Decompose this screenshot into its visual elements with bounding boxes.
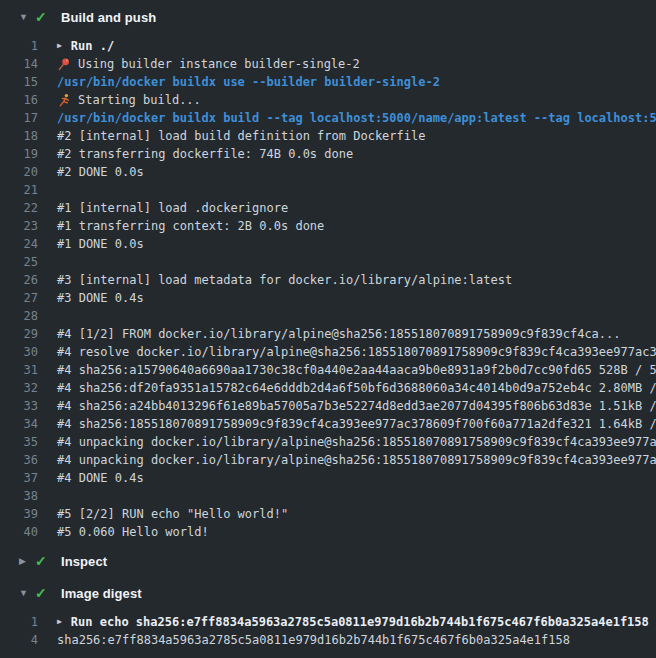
line-number[interactable]: 14: [0, 55, 38, 73]
log-line: 29#4 [1/2] FROM docker.io/library/alpine…: [0, 325, 656, 343]
log-text: Using builder instance builder-single-2: [38, 55, 656, 73]
log-text: #1 [internal] load .dockerignore: [38, 199, 656, 217]
line-number[interactable]: 4: [0, 631, 38, 649]
log-line: 37#4 DONE 0.4s: [0, 469, 656, 487]
log-text: #5 0.060 Hello world!: [38, 523, 656, 541]
runner-icon: [57, 93, 71, 107]
log-text: #4 sha256:a15790640a6690aa1730c38cf0a440…: [38, 361, 656, 379]
line-number[interactable]: 38: [0, 487, 38, 505]
check-success-icon: ✓: [34, 553, 61, 569]
line-number[interactable]: 26: [0, 271, 38, 289]
line-number[interactable]: 15: [0, 73, 38, 91]
line-number[interactable]: 1: [0, 613, 38, 631]
section-header-image-digest[interactable]: ▼✓Image digest: [0, 576, 656, 608]
log-text-content: /usr/bin/docker buildx build --tag local…: [57, 109, 656, 127]
log-text-content: #1 transferring context: 2B 0.0s done: [57, 217, 324, 235]
log-text: #4 sha256:df20fa9351a15782c64e6dddb2d4a6…: [38, 379, 656, 397]
log-line: 34#4 sha256:185518070891758909c9f839cf4c…: [0, 415, 656, 433]
run-toggle-icon[interactable]: ▶: [57, 613, 62, 631]
chevron-right-icon[interactable]: ▶: [12, 556, 34, 566]
section-title: Image digest: [61, 586, 142, 601]
section-inspect: ▶✓Inspect: [0, 544, 656, 576]
log-text: [38, 181, 656, 199]
log-text-content: Run ./: [71, 37, 114, 55]
line-number[interactable]: 21: [0, 181, 38, 199]
log-text: #4 DONE 0.4s: [38, 469, 656, 487]
log-line: 4sha256:e7ff8834a5963a2785c5a0811e979d16…: [0, 631, 656, 649]
line-number[interactable]: 28: [0, 307, 38, 325]
line-number[interactable]: 30: [0, 343, 38, 361]
line-number[interactable]: 25: [0, 253, 38, 271]
pushpin-icon: [57, 57, 71, 71]
section-header-inspect[interactable]: ▶✓Inspect: [0, 544, 656, 576]
log-text-content: #4 unpacking docker.io/library/alpine@sh…: [57, 433, 656, 451]
log-line: 40#5 0.060 Hello world!: [0, 523, 656, 541]
log-text-content: #4 sha256:a24bb4013296f61e89ba57005a7b3e…: [57, 397, 656, 415]
line-number[interactable]: 27: [0, 289, 38, 307]
log-line: 1▶Run echo sha256:e7ff8834a5963a2785c5a0…: [0, 613, 656, 631]
line-number[interactable]: 36: [0, 451, 38, 469]
log-text-content: #2 transferring dockerfile: 74B 0.0s don…: [57, 145, 353, 163]
log-text-content: #2 [internal] load build definition from…: [57, 127, 425, 145]
log-text-content: #3 [internal] load metadata for docker.i…: [57, 271, 512, 289]
log-line: 21: [0, 181, 656, 199]
log-text-content: #4 [1/2] FROM docker.io/library/alpine@s…: [57, 325, 621, 343]
line-number[interactable]: 16: [0, 91, 38, 109]
line-number[interactable]: 39: [0, 505, 38, 523]
line-number[interactable]: 17: [0, 109, 38, 127]
log-text: #1 DONE 0.0s: [38, 235, 656, 253]
log-text-content: #4 sha256:a15790640a6690aa1730c38cf0a440…: [57, 361, 656, 379]
log-line: 27#3 DONE 0.4s: [0, 289, 656, 307]
log-text-content: Starting build...: [78, 91, 201, 109]
chevron-down-icon[interactable]: ▼: [12, 12, 34, 22]
log-text: #1 transferring context: 2B 0.0s done: [38, 217, 656, 235]
run-toggle-icon[interactable]: ▶: [57, 37, 62, 55]
log-text: #5 [2/2] RUN echo "Hello world!": [38, 505, 656, 523]
line-number[interactable]: 31: [0, 361, 38, 379]
line-number[interactable]: 34: [0, 415, 38, 433]
log-text: /usr/bin/docker buildx use --builder bui…: [38, 73, 656, 91]
line-number[interactable]: 40: [0, 523, 38, 541]
line-number[interactable]: 1: [0, 37, 38, 55]
log-text: ▶Run echo sha256:e7ff8834a5963a2785c5a08…: [38, 613, 656, 631]
line-number[interactable]: 19: [0, 145, 38, 163]
log-text-content: #1 [internal] load .dockerignore: [57, 199, 288, 217]
line-number[interactable]: 18: [0, 127, 38, 145]
log-text-content: #4 sha256:185518070891758909c9f839cf4ca3…: [57, 415, 656, 433]
actions-log-viewer: ▼✓Build and push1▶Run ./14Using builder …: [0, 0, 656, 658]
line-number[interactable]: 24: [0, 235, 38, 253]
log-line: 33#4 sha256:a24bb4013296f61e89ba57005a7b…: [0, 397, 656, 415]
log-text: [38, 307, 656, 325]
log-text: [38, 253, 656, 271]
line-number[interactable]: 37: [0, 469, 38, 487]
log-line: 23#1 transferring context: 2B 0.0s done: [0, 217, 656, 235]
log-text: sha256:e7ff8834a5963a2785c5a0811e979d16b…: [38, 631, 656, 649]
log-line: 24#1 DONE 0.0s: [0, 235, 656, 253]
line-number[interactable]: 23: [0, 217, 38, 235]
log-text: Starting build...: [38, 91, 656, 109]
log-line: 31#4 sha256:a15790640a6690aa1730c38cf0a4…: [0, 361, 656, 379]
line-number[interactable]: 29: [0, 325, 38, 343]
section-header-build-and-push[interactable]: ▼✓Build and push: [0, 0, 656, 32]
section-title: Build and push: [61, 10, 156, 25]
line-number[interactable]: 33: [0, 397, 38, 415]
line-number[interactable]: 35: [0, 433, 38, 451]
log-text: #3 [internal] load metadata for docker.i…: [38, 271, 656, 289]
log-line: 30#4 resolve docker.io/library/alpine@sh…: [0, 343, 656, 361]
log-text-content: #4 DONE 0.4s: [57, 469, 144, 487]
log-text-content: sha256:e7ff8834a5963a2785c5a0811e979d16b…: [57, 631, 570, 649]
log-text: #4 unpacking docker.io/library/alpine@sh…: [38, 451, 656, 469]
log-line: 22#1 [internal] load .dockerignore: [0, 199, 656, 217]
log-text-content: #2 DONE 0.0s: [57, 163, 144, 181]
line-number[interactable]: 22: [0, 199, 38, 217]
log-text-content: #5 [2/2] RUN echo "Hello world!": [57, 505, 288, 523]
log-line: 36#4 unpacking docker.io/library/alpine@…: [0, 451, 656, 469]
log-line: 1▶Run ./: [0, 37, 656, 55]
line-number[interactable]: 20: [0, 163, 38, 181]
log-line: 17/usr/bin/docker buildx build --tag loc…: [0, 109, 656, 127]
chevron-down-icon[interactable]: ▼: [12, 588, 34, 598]
log-text: #2 transferring dockerfile: 74B 0.0s don…: [38, 145, 656, 163]
line-number[interactable]: 32: [0, 379, 38, 397]
log-text: #4 sha256:a24bb4013296f61e89ba57005a7b3e…: [38, 397, 656, 415]
log-line: 19#2 transferring dockerfile: 74B 0.0s d…: [0, 145, 656, 163]
